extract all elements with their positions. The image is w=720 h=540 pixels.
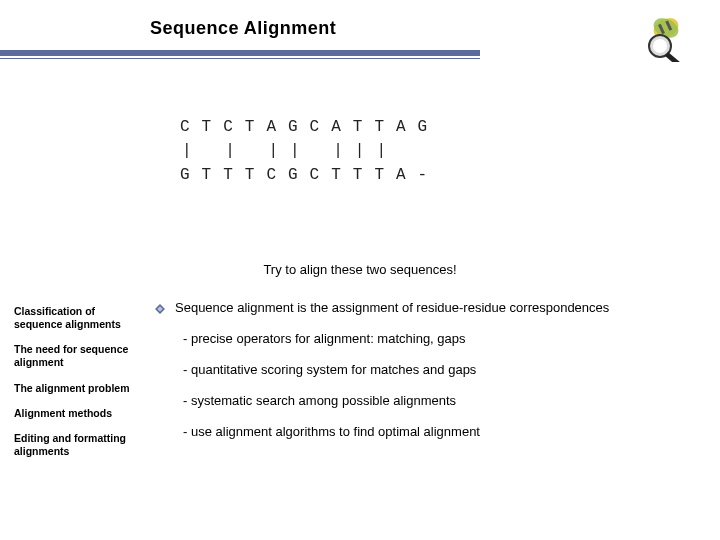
sidebar-item-editing[interactable]: Editing and formatting alignments (14, 432, 134, 458)
main-content: Sequence alignment is the assignment of … (155, 300, 710, 455)
figure-caption: Try to align these two sequences! (0, 262, 720, 277)
sidebar-item-need[interactable]: The need for sequence alignment (14, 343, 134, 369)
sub-point-scoring: - quantitative scoring system for matche… (183, 362, 710, 377)
sequence-alignment-figure: CTCTAGCATTAG | | || ||| GTTTCGCTTTA- (180, 115, 439, 187)
slide-title: Sequence Alignment (0, 18, 720, 39)
sidebar-nav: Classification of sequence alignments Th… (14, 305, 134, 470)
alignment-bars: | | || ||| (180, 139, 439, 163)
svg-point-5 (653, 39, 667, 53)
svg-rect-6 (665, 52, 680, 62)
diamond-bullet-icon (155, 304, 165, 314)
sub-point-algorithms: - use alignment algorithms to find optim… (183, 424, 710, 439)
sidebar-item-classification[interactable]: Classification of sequence alignments (14, 305, 134, 331)
sidebar-item-methods[interactable]: Alignment methods (14, 407, 134, 420)
title-underline (0, 50, 720, 60)
dna-logo-icon (622, 8, 692, 62)
sequence-2: GTTTCGCTTTA- (180, 163, 439, 187)
main-bullet-text: Sequence alignment is the assignment of … (175, 300, 609, 315)
sub-point-search: - systematic search among possible align… (183, 393, 710, 408)
sidebar-item-problem[interactable]: The alignment problem (14, 382, 134, 395)
sequence-1: CTCTAGCATTAG (180, 115, 439, 139)
sub-point-operators: - precise operators for alignment: match… (183, 331, 710, 346)
